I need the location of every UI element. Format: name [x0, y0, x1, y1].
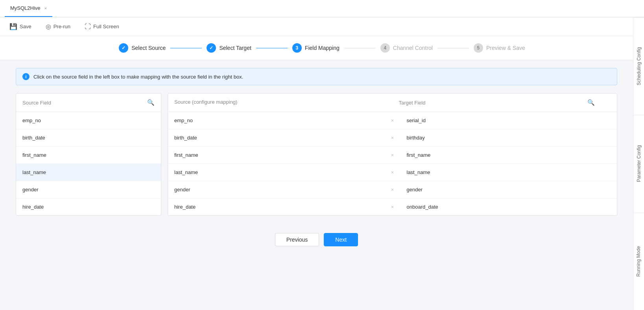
mapping-target-birth_date: birthday — [400, 129, 617, 146]
step-circle-channel-control: 4 — [380, 43, 390, 53]
sidebar-tab-running-mode[interactable]: Running Mode — [633, 213, 644, 256]
step-circle-select-target: ✓ — [207, 43, 216, 53]
step-label-select-target: Select Target — [219, 45, 251, 51]
mapping-source-hire_date: hire_date — [168, 198, 385, 215]
info-message: Click on the source field in the left bo… — [33, 74, 243, 80]
mapping-row-emp_no: emp_no × serial_id — [168, 112, 617, 129]
info-icon: i — [22, 73, 30, 80]
step-line-2 — [344, 48, 376, 48]
source-field-last_name[interactable]: last_name — [16, 164, 161, 181]
stepper: ✓ Select Source ✓ Select Target 3 Field … — [119, 43, 525, 53]
step-label-preview-save: Preview & Save — [486, 45, 525, 51]
toolbar: 💾 Save ◎ Pre-run ⛶ Full Screen — [0, 17, 644, 36]
info-box: i Click on the source field in the left … — [16, 68, 617, 85]
mapping-row-last_name: last_name × last_name — [168, 164, 617, 181]
step-circle-select-source: ✓ — [119, 43, 128, 53]
mapping-target-last_name: last_name — [400, 164, 617, 181]
source-search-icon[interactable]: 🔍 — [147, 99, 155, 106]
fullscreen-label: Full Screen — [93, 24, 119, 29]
prerun-icon: ◎ — [46, 23, 51, 30]
tab-mysql2hive[interactable]: MySQL2Hive × — [5, 0, 52, 17]
step-circle-preview-save: 5 — [474, 43, 483, 53]
mapping-panel: Source (configure mapping) Target Field … — [168, 93, 617, 216]
mapping-remove-first_name[interactable]: × — [385, 152, 400, 158]
mapping-source-first_name: first_name — [168, 147, 385, 163]
step-line-0 — [170, 48, 202, 48]
step-line-3 — [437, 48, 469, 48]
step-label-select-source: Select Source — [131, 45, 166, 51]
mapping-source-emp_no: emp_no — [168, 112, 385, 129]
fullscreen-icon: ⛶ — [85, 23, 91, 30]
step-select-target[interactable]: ✓ Select Target — [207, 43, 251, 53]
source-field-hire_date[interactable]: hire_date — [16, 198, 161, 215]
mapping-panel-header: Source (configure mapping) Target Field … — [168, 94, 617, 112]
mapping-target-first_name: first_name — [400, 147, 617, 163]
tab-bar: MySQL2Hive × — [0, 0, 644, 17]
source-fields-list: emp_nobirth_datefirst_namelast_namegende… — [16, 112, 161, 215]
mapping-source-birth_date: birth_date — [168, 129, 385, 146]
bottom-nav: Previous Next — [0, 224, 633, 256]
step-label-channel-control: Channel Control — [393, 45, 433, 51]
fullscreen-button[interactable]: ⛶ Full Screen — [81, 22, 122, 32]
mapping-rows-list: emp_no × serial_id birth_date × birthday… — [168, 112, 617, 215]
mapping-remove-hire_date[interactable]: × — [385, 204, 400, 210]
prerun-label: Pre-run — [54, 24, 70, 29]
step-label-field-mapping: Field Mapping — [305, 45, 340, 51]
prerun-button[interactable]: ◎ Pre-run — [42, 21, 74, 32]
stepper-container: ✓ Select Source ✓ Select Target 3 Field … — [0, 36, 644, 60]
mapping-target-gender: gender — [400, 181, 617, 198]
mapping-target-emp_no: serial_id — [400, 112, 617, 129]
mapping-source-header: Source (configure mapping) — [168, 94, 377, 112]
main-content: i Click on the source field in the left … — [0, 60, 633, 224]
step-channel-control[interactable]: 4 Channel Control — [380, 43, 433, 53]
mapping-target-header: Target Field 🔍 — [393, 94, 602, 112]
source-panel-title: Source Field — [22, 100, 51, 106]
mapping-remove-emp_no[interactable]: × — [385, 117, 400, 123]
source-field-emp_no[interactable]: emp_no — [16, 112, 161, 129]
sidebar-tab-parameter-config[interactable]: Parameter Config — [633, 115, 644, 212]
sidebar-tab-scheduling-config[interactable]: Scheduling Config — [633, 17, 644, 115]
step-line-1 — [256, 48, 288, 48]
source-field-birth_date[interactable]: birth_date — [16, 129, 161, 147]
source-field-first_name[interactable]: first_name — [16, 147, 161, 164]
step-field-mapping[interactable]: 3 Field Mapping — [292, 43, 340, 53]
mapping-remove-birth_date[interactable]: × — [385, 135, 400, 141]
previous-button[interactable]: Previous — [275, 233, 319, 246]
source-panel-header: Source Field 🔍 — [16, 94, 161, 112]
save-icon: 💾 — [9, 23, 17, 30]
next-button[interactable]: Next — [324, 233, 358, 246]
mapping-source-gender: gender — [168, 181, 385, 198]
step-circle-field-mapping: 3 — [292, 43, 302, 53]
mapping-remove-last_name[interactable]: × — [385, 169, 400, 175]
save-label: Save — [20, 24, 31, 29]
mapping-x-spacer — [377, 94, 393, 112]
tab-close-icon[interactable]: × — [44, 6, 47, 11]
mapping-target-hire_date: onboard_date — [400, 198, 617, 215]
mapping-row-gender: gender × gender — [168, 181, 617, 198]
mapping-remove-gender[interactable]: × — [385, 187, 400, 193]
source-panel: Source Field 🔍 emp_nobirth_datefirst_nam… — [16, 93, 161, 216]
step-select-source[interactable]: ✓ Select Source — [119, 43, 166, 53]
mapping-row-birth_date: birth_date × birthday — [168, 129, 617, 147]
mapping-row-hire_date: hire_date × onboard_date — [168, 198, 617, 215]
step-preview-save[interactable]: 5 Preview & Save — [474, 43, 525, 53]
save-button[interactable]: 💾 Save — [6, 21, 35, 32]
mapping-area: Source Field 🔍 emp_nobirth_datefirst_nam… — [16, 93, 617, 216]
target-search-icon[interactable]: 🔍 — [587, 99, 595, 106]
source-field-gender[interactable]: gender — [16, 181, 161, 198]
right-sidebar: Scheduling Config Parameter Config Runni… — [633, 17, 644, 256]
mapping-row-first_name: first_name × first_name — [168, 147, 617, 164]
tab-title: MySQL2Hive — [10, 5, 41, 11]
mapping-source-last_name: last_name — [168, 164, 385, 181]
